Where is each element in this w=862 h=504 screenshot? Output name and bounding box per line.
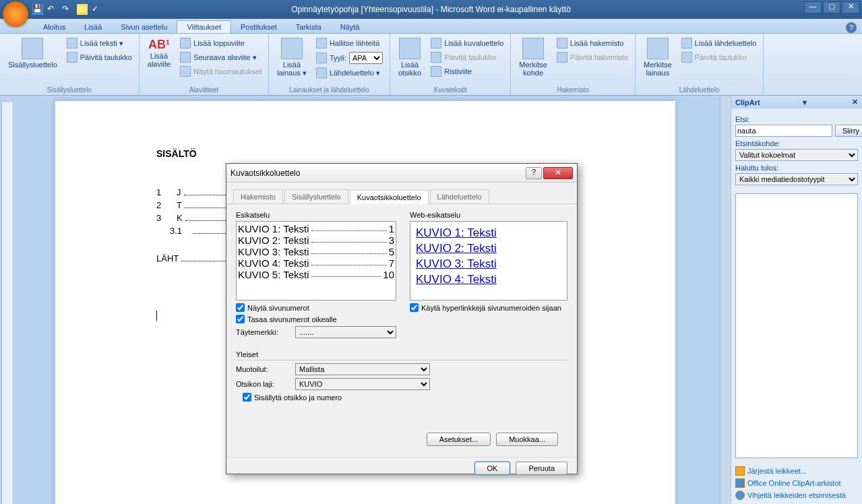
brush-icon[interactable]: ✓	[92, 4, 102, 15]
panel-dropdown-icon[interactable]: ▼	[801, 98, 808, 106]
results-select[interactable]: Kaikki mediatiedostotyypit	[735, 173, 858, 185]
go-button[interactable]: Siirry	[835, 125, 862, 137]
markcite-icon	[647, 38, 669, 59]
fill-label: Täytemerkki:	[236, 328, 290, 336]
fill-select[interactable]: .......	[295, 326, 396, 338]
clipart-results-box	[735, 193, 858, 458]
dtab-hakemisto[interactable]: Hakemisto	[233, 189, 283, 203]
insert-figurelist-button[interactable]: Lisää kuvaluettelo	[428, 36, 506, 50]
group-kuvatekstit: Lisää otsikko Lisää kuvaluettelo Päivitä…	[390, 34, 511, 95]
show-notes-button[interactable]: Näytä huomautukset	[177, 65, 264, 78]
update-figtable-button[interactable]: Päivitä taulukko	[428, 51, 506, 64]
close-button[interactable]: ✕	[842, 1, 859, 13]
insert-index-button[interactable]: Lisää hakemisto	[554, 36, 631, 50]
format-label: Muotoilut:	[236, 365, 290, 373]
next-footnote-button[interactable]: Seuraava alaviite ▾	[177, 51, 264, 64]
help-icon[interactable]: ?	[846, 22, 857, 33]
insert-caption-button[interactable]: Lisää otsikko	[394, 36, 425, 92]
text-cursor	[156, 311, 157, 321]
organize-icon	[735, 466, 745, 476]
tab-aloitus[interactable]: Aloitus	[34, 21, 75, 33]
insert-endnote-button[interactable]: Lisää loppuviite	[177, 36, 264, 50]
minimize-button[interactable]: —	[804, 1, 822, 13]
update-icon	[67, 52, 78, 63]
dialog-tabs: Hakemisto Sisällysluettelo Kuvaotsikkolu…	[226, 183, 577, 204]
citation-style-select[interactable]: APA	[349, 52, 383, 64]
toc-icon	[22, 38, 43, 59]
dialog-title-text: Kuvaotsikkoluettelo	[230, 168, 300, 178]
vertical-ruler	[1, 101, 13, 504]
update-authorities-button[interactable]: Päivitä taulukko	[679, 51, 760, 64]
tips-icon	[735, 491, 745, 500]
searchin-label: Etsintäkohde:	[735, 139, 858, 148]
dialog-titlebar[interactable]: Kuvaotsikkoluettelo ? ✕	[226, 164, 577, 183]
insert-authorities-button[interactable]: Lisää lähdeluettelo	[679, 36, 760, 50]
toc-button[interactable]: Sisällysluettelo	[4, 36, 61, 92]
insertidx-icon	[557, 38, 567, 49]
organize-clips-link[interactable]: Järjestä leikkeet...	[735, 465, 858, 477]
web-preview-list[interactable]: KUVIO 1: Teksti KUVIO 2: Teksti KUVIO 3:…	[410, 221, 567, 301]
panel-close-icon[interactable]: ✕	[852, 98, 858, 106]
caption-select[interactable]: KUVIO	[295, 378, 430, 390]
update-table-button[interactable]: Päivitä taulukko	[64, 51, 135, 64]
highlight-icon[interactable]: ab	[77, 4, 88, 15]
print-preview-list[interactable]: KUVIO 1: Teksti1 KUVIO 2: Teksti3 KUVIO …	[236, 221, 396, 301]
tab-sivunasettelu[interactable]: Sivun asettelu	[111, 21, 177, 33]
dtab-lahde[interactable]: Lähdeluettelo	[430, 189, 489, 203]
ok-button[interactable]: OK	[474, 462, 511, 475]
search-tips-link[interactable]: Vihjeitä leikkeiden etsimisestä	[735, 489, 858, 501]
include-caption-checkbox[interactable]	[243, 393, 251, 402]
update-index-button[interactable]: Päivitä hakemisto	[554, 51, 631, 64]
dtab-kuvaotsikko[interactable]: Kuvaotsikkoluettelo	[350, 190, 429, 204]
panel-handle[interactable]	[720, 96, 731, 504]
preview-label: Esikatselu	[236, 211, 396, 219]
redo-icon[interactable]: ↷	[62, 4, 73, 15]
show-pagenums-checkbox[interactable]	[236, 303, 245, 312]
dtab-sisallys[interactable]: Sisällysluettelo	[284, 189, 348, 203]
options-button[interactable]: Asetukset...	[427, 433, 491, 446]
group-hakemisto: Merkitse kohde Lisää hakemisto Päivitä h…	[511, 34, 636, 95]
undo-icon[interactable]: ↶	[47, 4, 58, 15]
web-item[interactable]: KUVIO 2: Teksti	[416, 242, 561, 255]
ribbon: Sisällysluettelo Lisää teksti ▾ Päivitä …	[0, 34, 862, 96]
dialog-close-button[interactable]: ✕	[543, 167, 573, 179]
tab-nayta[interactable]: Näytä	[331, 21, 369, 33]
crossref-button[interactable]: Ristiviite	[428, 65, 506, 78]
results-label: Haluttu tulos:	[735, 164, 858, 172]
title-bar: 💾 ↶ ↷ ab ✓ Opinnäytetyöpohja [Yhteensopi…	[0, 0, 862, 19]
maximize-button[interactable]: ▢	[823, 1, 840, 13]
tab-viittaukset[interactable]: Viittaukset	[177, 20, 231, 33]
mark-citation-button[interactable]: Merkitse lainaus	[640, 36, 676, 92]
modify-button[interactable]: Muokkaa...	[496, 433, 558, 446]
search-input[interactable]	[735, 125, 832, 137]
mark-entry-button[interactable]: Merkitse kohde	[515, 36, 551, 92]
tab-lisaa[interactable]: Lisää	[75, 21, 111, 33]
insert-citation-button[interactable]: Lisää lainaus ▾	[273, 36, 311, 92]
style-icon	[316, 53, 327, 63]
office-button[interactable]	[3, 1, 28, 27]
bibliography-button[interactable]: Lähdeluettelo ▾	[313, 66, 386, 80]
ribbon-tabs: Aloitus Lisää Sivun asettelu Viittaukset…	[0, 19, 862, 34]
citation-icon	[281, 38, 303, 59]
web-item[interactable]: KUVIO 3: Teksti	[416, 257, 561, 271]
footnote-icon: AB¹	[148, 38, 170, 52]
endnote-icon	[180, 38, 191, 49]
tab-tarkista[interactable]: Tarkista	[286, 21, 331, 33]
general-label: Yleiset	[236, 350, 567, 360]
searchin-select[interactable]: Valitut kokoelmat	[735, 149, 858, 161]
cancel-button[interactable]: Peruuta	[516, 462, 567, 475]
group-alaviitteet: AB¹ Lisää alaviite Lisää loppuviite Seur…	[140, 34, 269, 95]
save-icon[interactable]: 💾	[32, 4, 43, 15]
insert-footnote-button[interactable]: AB¹ Lisää alaviite	[144, 36, 175, 92]
tab-postitukset[interactable]: Postitukset	[231, 21, 286, 33]
rightalign-checkbox[interactable]	[236, 315, 245, 323]
web-item[interactable]: KUVIO 1: Teksti	[416, 226, 561, 240]
add-text-button[interactable]: Lisää teksti ▾	[64, 36, 135, 50]
office-online-link[interactable]: Office Online ClipArt-arkistot	[735, 477, 858, 489]
caption-icon	[399, 38, 421, 59]
format-select[interactable]: Mallista	[295, 363, 430, 375]
use-hyperlinks-checkbox[interactable]	[410, 303, 419, 312]
web-item[interactable]: KUVIO 4: Teksti	[416, 273, 561, 286]
dialog-help-button[interactable]: ?	[526, 167, 542, 179]
manage-sources-button[interactable]: Hallitse lähteitä	[313, 36, 386, 50]
